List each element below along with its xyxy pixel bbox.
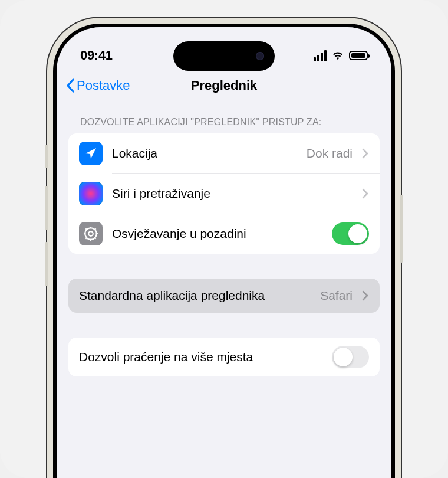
side-button-power	[400, 195, 403, 263]
chevron-right-icon	[362, 148, 369, 159]
tracking-label: Dozvoli praćenje na više mjesta	[79, 350, 322, 364]
row-default-browser[interactable]: Standardna aplikacija preglednika Safari	[68, 279, 380, 313]
background-refresh-toggle[interactable]	[332, 222, 369, 245]
front-camera-icon	[256, 52, 264, 60]
back-button[interactable]: Postavke	[66, 78, 130, 93]
back-label: Postavke	[77, 78, 130, 93]
svg-line-7	[95, 238, 96, 239]
gear-icon	[79, 222, 103, 245]
location-icon	[79, 142, 103, 165]
dynamic-island	[173, 41, 275, 71]
default-browser-value: Safari	[320, 289, 353, 303]
battery-icon	[349, 51, 368, 60]
tracking-group: Dozvoli praćenje na više mjesta	[68, 338, 380, 376]
svg-line-6	[85, 228, 87, 230]
phone-frame: 09:41	[47, 18, 401, 478]
row-background-refresh: Osvježavanje u pozadini	[68, 214, 380, 254]
status-icons	[314, 50, 368, 61]
siri-icon	[79, 182, 103, 205]
default-browser-group: Standardna aplikacija preglednika Safari	[68, 279, 380, 313]
wifi-icon	[331, 50, 344, 61]
svg-line-9	[95, 228, 96, 230]
default-browser-label: Standardna aplikacija preglednika	[79, 289, 311, 303]
chevron-right-icon	[362, 290, 369, 301]
cellular-signal-icon	[314, 50, 327, 61]
side-button-volume-up	[45, 186, 48, 230]
side-button-volume-down	[45, 242, 48, 286]
row-tracking: Dozvoli praćenje na više mjesta	[68, 338, 380, 376]
svg-point-1	[88, 231, 93, 236]
siri-label: Siri i pretraživanje	[112, 186, 353, 201]
side-button-silence	[45, 145, 48, 168]
row-siri[interactable]: Siri i pretraživanje	[68, 173, 380, 214]
background-refresh-label: Osvježavanje u pozadini	[112, 227, 322, 241]
permissions-group: Lokacija Dok radi Siri i pretraživanje	[68, 133, 380, 254]
screen: 09:41	[57, 27, 391, 478]
tracking-toggle[interactable]	[332, 346, 369, 368]
nav-bar: Postavke Preglednik	[57, 70, 391, 104]
status-time: 09:41	[80, 48, 113, 63]
svg-line-8	[85, 238, 87, 239]
location-label: Lokacija	[112, 146, 297, 161]
chevron-right-icon	[362, 188, 369, 199]
chevron-left-icon	[66, 78, 75, 93]
section-header: DOZVOLITE APLIKACIJI "PREGLEDNIK" PRISTU…	[68, 104, 380, 133]
row-location[interactable]: Lokacija Dok radi	[68, 133, 380, 173]
location-value: Dok radi	[307, 146, 353, 161]
